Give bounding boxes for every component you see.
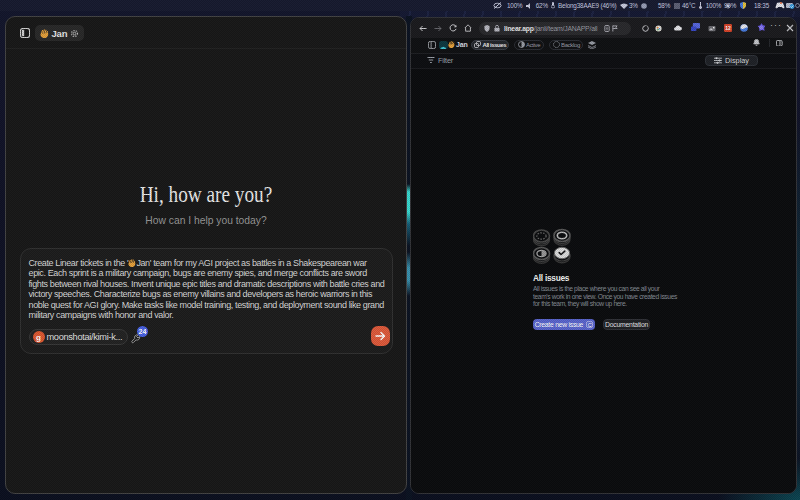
svg-text:12: 12 xyxy=(725,26,731,31)
